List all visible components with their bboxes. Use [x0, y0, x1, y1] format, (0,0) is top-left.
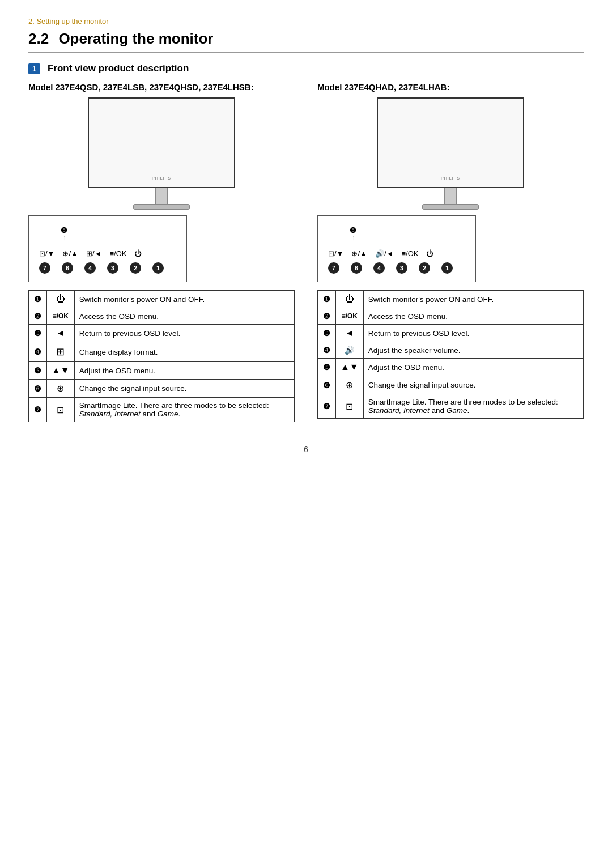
left-row3-icon: ◄ [47, 325, 75, 342]
left-label-1: 1 [152, 262, 164, 274]
right-brand: PHILIPS [441, 176, 460, 180]
right-row6-num: ❻ [318, 376, 336, 394]
left-feature-table: ❶ ⏻ Switch monitor's power ON and OFF. ❷… [28, 290, 295, 422]
left-label-3: 3 [107, 262, 118, 274]
right-label-6: 6 [351, 262, 362, 274]
table-row: ❹ 🔊 Adjust the speaker volume. [318, 342, 584, 359]
left-column: Model 237E4QSD, 237E4LSB, 237E4QHSD, 237… [28, 82, 295, 422]
section-name: Operating the monitor [58, 30, 213, 47]
section-title: 2.2 Operating the monitor [28, 30, 584, 53]
right-monitor-neck [444, 188, 457, 204]
left-label-6: 6 [62, 262, 73, 274]
right-label-2: 2 [419, 262, 430, 274]
table-row: ❺ ▲▼ Adjust the OSD menu. [29, 362, 295, 380]
left-row1-icon: ⏻ [47, 291, 75, 308]
right-feature-table: ❶ ⏻ Switch monitor's power ON and OFF. ❷… [317, 290, 584, 419]
left-sym-format: ⊞/◄ [86, 249, 101, 258]
left-sym-input: ⊕/▲ [62, 249, 78, 258]
section-number: 2.2 [28, 30, 49, 47]
right-row4-num: ❹ [318, 342, 336, 359]
right-row6-icon: ⊕ [336, 376, 364, 394]
left-dots: · · · · · [208, 176, 228, 180]
right-row7-icon: ⊡ [336, 394, 364, 419]
right-row2-num: ❷ [318, 308, 336, 325]
left-row2-num: ❷ [29, 308, 47, 325]
left-label-2: 2 [130, 262, 141, 274]
left-monitor-neck [155, 188, 168, 204]
right-model-label: Model 237E4QHAD, 237E4LHAB: [317, 82, 584, 92]
left-row4-num: ❹ [29, 342, 47, 362]
left-button-labels: 7 6 4 3 2 1 [39, 262, 176, 274]
right-monitor-foot [422, 204, 479, 210]
right-row2-desc: Access the OSD menu. [363, 308, 583, 325]
left-row6-num: ❻ [29, 380, 47, 398]
right-sym-volume: 🔊/◄ [375, 249, 393, 258]
left-arrow5: ↑ [63, 234, 66, 242]
table-row: ❻ ⊕ Change the signal input source. [318, 376, 584, 394]
right-monitor-drawing: PHILIPS · · · · · [377, 97, 524, 188]
right-row6-desc: Change the signal input source. [363, 376, 583, 394]
table-row: ❶ ⏻ Switch monitor's power ON and OFF. [318, 291, 584, 308]
left-row1-desc: Switch monitor's power ON and OFF. [74, 291, 294, 308]
left-row3-desc: Return to previous OSD level. [74, 325, 294, 342]
two-column-layout: Model 237E4QSD, 237E4LSB, 237E4QHSD, 237… [28, 82, 584, 422]
right-row5-num: ❺ [318, 359, 336, 376]
right-row5-desc: Adjust the OSD menu. [363, 359, 583, 376]
right-row7-num: ❼ [318, 394, 336, 419]
left-brand: PHILIPS [152, 176, 171, 180]
right-button-labels: 7 6 4 3 2 1 [328, 262, 465, 274]
left-row7-icon: ⊡ [47, 398, 75, 422]
right-row3-desc: Return to previous OSD level. [363, 325, 583, 342]
right-row3-icon: ◄ [336, 325, 364, 342]
badge: 1 [28, 63, 40, 74]
right-dots: · · · · · [497, 176, 517, 180]
table-row: ❹ ⊞ Change display format. [29, 342, 295, 362]
right-button-diagram: ❺ ↑ ⊡/▼ ⊕/▲ 🔊/◄ ≡/OK ⏻ 7 6 4 3 2 1 [317, 215, 476, 282]
left-row5-num: ❺ [29, 362, 47, 380]
left-monitor-drawing: PHILIPS · · · · · [88, 97, 235, 188]
right-row4-icon: 🔊 [336, 342, 364, 359]
left-button-row: ⊡/▼ ⊕/▲ ⊞/◄ ≡/OK ⏻ [39, 249, 142, 258]
left-row2-icon: ≡/OK [47, 308, 75, 325]
right-row1-desc: Switch monitor's power ON and OFF. [363, 291, 583, 308]
right-row1-num: ❶ [318, 291, 336, 308]
left-row4-desc: Change display format. [74, 342, 294, 362]
right-num5-label: ❺ [350, 226, 356, 235]
right-sym-smartimage: ⊡/▼ [328, 249, 343, 258]
right-row3-num: ❸ [318, 325, 336, 342]
front-view-label: 1 Front view product description [28, 63, 584, 74]
right-row4-desc: Adjust the speaker volume. [363, 342, 583, 359]
left-model-label: Model 237E4QSD, 237E4LSB, 237E4QHSD, 237… [28, 82, 295, 92]
right-row5-icon: ▲▼ [336, 359, 364, 376]
table-row: ❻ ⊕ Change the signal input source. [29, 380, 295, 398]
table-row: ❶ ⏻ Switch monitor's power ON and OFF. [29, 291, 295, 308]
table-row: ❼ ⊡ SmartImage Lite. There are three mod… [29, 398, 295, 422]
left-row7-desc: SmartImage Lite. There are three modes t… [74, 398, 294, 422]
left-label-4: 4 [84, 262, 96, 274]
left-button-diagram: ❺ ↑ ⊡/▼ ⊕/▲ ⊞/◄ ≡/OK ⏻ 7 6 4 3 2 1 [28, 215, 187, 282]
left-row3-num: ❸ [29, 325, 47, 342]
left-sym-smartimage: ⊡/▼ [39, 249, 54, 258]
right-button-row: ⊡/▼ ⊕/▲ 🔊/◄ ≡/OK ⏻ [328, 249, 434, 258]
left-monitor-foot [133, 204, 190, 210]
table-row: ❼ ⊡ SmartImage Lite. There are three mod… [318, 394, 584, 419]
left-num5-label: ❺ [61, 226, 67, 235]
left-row5-icon: ▲▼ [47, 362, 75, 380]
right-label-4: 4 [373, 262, 385, 274]
table-row: ❷ ≡/OK Access the OSD menu. [29, 308, 295, 325]
left-row6-icon: ⊕ [47, 380, 75, 398]
left-row1-num: ❶ [29, 291, 47, 308]
left-row5-desc: Adjust the OSD menu. [74, 362, 294, 380]
right-row7-desc: SmartImage Lite. There are three modes t… [363, 394, 583, 419]
right-column: Model 237E4QHAD, 237E4LHAB: PHILIPS · · … [317, 82, 584, 419]
left-row6-desc: Change the signal input source. [74, 380, 294, 398]
right-sym-ok: ≡/OK [401, 249, 418, 258]
left-row4-icon: ⊞ [47, 342, 75, 362]
right-label-7: 7 [328, 262, 339, 274]
breadcrumb: 2. Setting up the monitor [28, 17, 584, 25]
table-row: ❷ ≡/OK Access the OSD menu. [318, 308, 584, 325]
right-arrow5: ↑ [352, 234, 355, 242]
page-number: 6 [28, 445, 584, 454]
table-row: ❸ ◄ Return to previous OSD level. [318, 325, 584, 342]
left-label-7: 7 [39, 262, 50, 274]
